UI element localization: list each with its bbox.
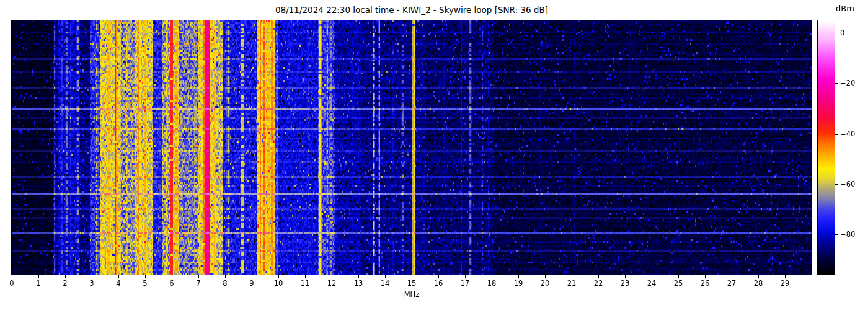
x-tick-mark [545, 275, 546, 278]
x-tick-label: 3 [79, 279, 104, 288]
x-tick-mark [705, 275, 706, 278]
x-tick-mark [438, 275, 439, 278]
x-tick-mark [678, 275, 679, 278]
x-tick-mark [278, 275, 279, 278]
x-tick-mark [38, 275, 39, 278]
x-tick-label: 8 [213, 279, 237, 288]
x-tick-mark [358, 275, 359, 278]
colorbar-tick-label: 0 [840, 29, 844, 37]
x-tick-label: 24 [639, 279, 664, 288]
x-tick-label: 25 [666, 279, 691, 288]
colorbar-tick-mark [835, 184, 838, 185]
x-tick-label: 21 [559, 279, 584, 288]
colorbar-unit-label: dBm [836, 4, 854, 13]
colorbar-tick-label: −40 [840, 130, 855, 138]
colorbar-tick-mark [835, 83, 838, 84]
spectrogram-figure: 08/11/2024 22:30 local time - KIWI_2 - S… [0, 0, 868, 310]
x-tick-label: 9 [239, 279, 264, 288]
colorbar [818, 20, 835, 275]
colorbar-tick-label: −80 [840, 230, 855, 239]
x-tick-label: 29 [773, 279, 797, 288]
x-tick-mark [732, 275, 732, 278]
x-tick-label: 10 [266, 279, 291, 288]
x-tick-mark [758, 275, 759, 278]
x-tick-mark [465, 275, 466, 278]
x-tick-label: 12 [319, 279, 344, 288]
colorbar-tick-mark [835, 134, 838, 135]
x-tick-mark [225, 275, 226, 278]
x-tick-label: 19 [506, 279, 531, 288]
colorbar-gradient [818, 20, 835, 275]
x-tick-label: 18 [479, 279, 504, 288]
x-tick-label: 27 [719, 279, 744, 288]
x-tick-mark [492, 275, 492, 278]
plot-title: 08/11/2024 22:30 local time - KIWI_2 - S… [12, 5, 812, 15]
x-tick-mark [252, 275, 252, 278]
x-tick-mark [518, 275, 519, 278]
x-tick-label: 4 [106, 279, 131, 288]
x-tick-label: 6 [159, 279, 184, 288]
x-tick-mark [412, 275, 412, 278]
spectrogram-canvas [12, 20, 812, 275]
x-axis-label: MHz [12, 290, 812, 299]
x-tick-mark [598, 275, 599, 278]
x-tick-label: 14 [373, 279, 397, 288]
x-tick-mark [625, 275, 626, 278]
x-tick-label: 22 [586, 279, 611, 288]
x-tick-mark [145, 275, 146, 278]
x-tick-mark [785, 275, 786, 278]
x-tick-mark [385, 275, 386, 278]
colorbar-tick-label: −60 [840, 180, 855, 188]
x-tick-label: 5 [133, 279, 157, 288]
x-tick-mark [652, 275, 652, 278]
colorbar-tick-mark [835, 234, 838, 235]
x-tick-mark [572, 275, 572, 278]
spectrogram-plot-area [12, 20, 812, 275]
x-tick-label: 26 [693, 279, 717, 288]
x-tick-mark [332, 275, 332, 278]
x-tick-label: 7 [186, 279, 211, 288]
x-tick-label: 23 [613, 279, 637, 288]
x-tick-mark [172, 275, 172, 278]
x-tick-label: 15 [399, 279, 424, 288]
x-tick-mark [92, 275, 92, 278]
x-tick-label: 2 [53, 279, 78, 288]
x-tick-label: 11 [293, 279, 317, 288]
x-tick-mark [118, 275, 119, 278]
colorbar-tick-label: −20 [840, 79, 855, 87]
x-tick-label: 0 [0, 279, 24, 288]
x-tick-mark [305, 275, 306, 278]
x-tick-label: 17 [453, 279, 477, 288]
x-tick-mark [198, 275, 199, 278]
x-tick-label: 20 [533, 279, 557, 288]
x-tick-label: 16 [426, 279, 451, 288]
x-tick-label: 28 [746, 279, 771, 288]
x-tick-label: 13 [346, 279, 371, 288]
x-tick-mark [12, 275, 12, 278]
colorbar-tick-mark [835, 33, 838, 33]
x-tick-mark [65, 275, 66, 278]
x-tick-label: 1 [26, 279, 51, 288]
